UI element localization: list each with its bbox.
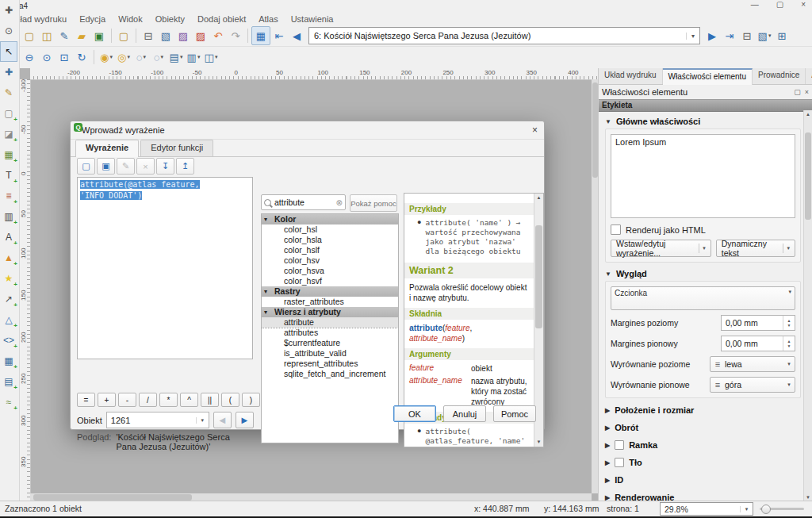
align-items-icon[interactable]: ▤▾: [167, 48, 185, 66]
add-arrow-tool[interactable]: ↗ +: [0, 289, 17, 309]
menu-item[interactable]: Atlas: [252, 13, 284, 25]
atlas-preview-toggle[interactable]: ▦: [251, 26, 270, 45]
new-layout-icon[interactable]: ▢: [21, 27, 38, 44]
operator-button[interactable]: ^: [180, 393, 198, 407]
operator-button[interactable]: =: [77, 393, 95, 407]
lock-items-icon[interactable]: ◉▾: [98, 48, 115, 66]
dock-scrollbar[interactable]: ▲ ▼: [803, 110, 812, 501]
dock-tab[interactable]: Prowadnice: [753, 68, 806, 84]
close-panel-icon[interactable]: ×: [805, 88, 809, 96]
atlas-next-button[interactable]: ▶: [703, 27, 721, 44]
function-tree-row[interactable]: color_hsl: [262, 224, 398, 235]
maximize-button[interactable]: ▢: [776, 0, 783, 9]
margin-v-spinner[interactable]: 0,00 mm ▲▼: [721, 336, 795, 351]
menu-item[interactable]: Edycja: [73, 13, 112, 25]
help-button[interactable]: Pomoc: [493, 405, 536, 422]
export-image-icon[interactable]: ▧: [157, 27, 174, 44]
expression-delete-icon[interactable]: ×: [136, 158, 155, 175]
dialog-close-icon[interactable]: ×: [532, 125, 538, 136]
add-html-tool[interactable]: <> +: [0, 330, 17, 351]
feature-prev-button[interactable]: ◀: [213, 412, 232, 428]
function-tree-row[interactable]: color_hsva: [262, 266, 398, 276]
section-main-properties[interactable]: ▼Główne właściwości: [603, 113, 802, 129]
operator-button[interactable]: *: [159, 393, 178, 407]
print-atlas-button[interactable]: ⊟: [738, 27, 756, 44]
font-dropdown[interactable]: Czcionka▾: [611, 286, 795, 310]
expression-editor[interactable]: attribute(@atlas_feature, 'INFO_DODAT'): [77, 177, 253, 359]
function-tree-row[interactable]: color_hsvf: [262, 276, 398, 286]
function-tree-row[interactable]: represent_attributes: [262, 359, 398, 369]
collapsed-section[interactable]: ▶ Położenie i rozmiar: [603, 401, 802, 419]
menu-item[interactable]: Widok: [112, 13, 149, 25]
add-pages-icon[interactable]: ▢: [115, 27, 132, 44]
add-attribute-table-tool[interactable]: ▦ +: [0, 351, 17, 371]
expression-import-icon[interactable]: ↧: [156, 158, 174, 175]
valign-dropdown[interactable]: ≡ góra ▾: [710, 377, 795, 393]
function-tree-row[interactable]: color_hsla: [262, 235, 398, 245]
function-tree-row[interactable]: Rastry: [262, 286, 398, 297]
add-3d-map-tool[interactable]: ◪ +: [0, 124, 17, 144]
operator-button[interactable]: ): [242, 393, 260, 407]
expression-edit-icon[interactable]: ✎: [117, 158, 135, 175]
print-icon[interactable]: ⊟: [140, 27, 157, 44]
lower-items-icon[interactable]: ◌▾: [150, 48, 167, 66]
raise-items-icon[interactable]: ◌▾: [132, 48, 150, 66]
margin-h-spinner[interactable]: 0,00 mm ▲▼: [721, 315, 795, 331]
dock-tab[interactable]: Układ wydruku: [599, 68, 663, 84]
add-label-tool[interactable]: T +: [0, 165, 17, 186]
add-page-tool[interactable]: ▢ +: [0, 103, 17, 124]
atlas-prev-button[interactable]: ◀: [288, 27, 305, 44]
menu-item[interactable]: Ustawienia: [285, 13, 340, 25]
duplicate-layout-icon[interactable]: ◫: [38, 27, 56, 44]
zoom-level-combo[interactable]: 29.8% ▾: [660, 502, 753, 516]
function-tree-row[interactable]: color_hslf: [262, 245, 398, 255]
menu-item[interactable]: Dodaj obiekt: [191, 13, 252, 25]
dialog-title-bar[interactable]: Q Wprowadź wyrażenie ×: [71, 121, 544, 140]
atlas-first-button[interactable]: ⇤: [270, 27, 288, 44]
operator-button[interactable]: ||: [201, 393, 219, 407]
zoom-full-icon[interactable]: ⊡: [56, 48, 73, 66]
open-folder-icon[interactable]: ▰: [73, 27, 90, 44]
add-map-tool[interactable]: ▦ +: [0, 144, 17, 165]
dock-tab[interactable]: Właściwości elementu: [663, 68, 753, 85]
function-tree-row[interactable]: raster_attributes: [262, 297, 398, 307]
render-html-checkbox[interactable]: [611, 224, 621, 235]
expression-save-icon[interactable]: ▣: [97, 158, 115, 175]
cancel-button[interactable]: Anuluj: [443, 405, 486, 422]
distribute-items-icon[interactable]: ▥▾: [185, 48, 202, 66]
atlas-feature-combo[interactable]: 6: Kościół Najświętszego Serca Pana Jezu…: [308, 27, 700, 44]
function-search-input[interactable]: attribute ⊗: [261, 194, 346, 210]
halign-dropdown[interactable]: ≡ lewa ▾: [710, 356, 795, 372]
feature-next-button[interactable]: ▶: [236, 412, 254, 428]
add-fixed-table-tool[interactable]: ▤ +: [0, 371, 17, 392]
section-appearance[interactable]: ▼Wygląd: [603, 266, 802, 281]
close-button[interactable]: ×: [801, 0, 806, 9]
add-marker-tool[interactable]: ★ +: [0, 268, 17, 289]
atlas-last-button[interactable]: ⇥: [721, 27, 738, 44]
tab-expression[interactable]: Wyrażenie: [75, 140, 139, 157]
dock-tab[interactable]: Atlas: [806, 68, 812, 84]
export-atlas-button[interactable]: ▧▾: [756, 27, 773, 44]
add-north-arrow-tool[interactable]: A +: [0, 227, 17, 247]
operator-button[interactable]: (: [221, 393, 239, 407]
layout-manager-icon[interactable]: ✎: [56, 27, 73, 44]
operator-button[interactable]: -: [118, 393, 136, 407]
export-svg-icon[interactable]: ▨: [174, 27, 192, 44]
export-pdf-icon[interactable]: ▨: [192, 27, 209, 44]
operator-button[interactable]: +: [98, 393, 116, 407]
function-tree-row[interactable]: is_attribute_valid: [262, 348, 398, 359]
atlas-settings-button[interactable]: ⊞: [773, 27, 791, 44]
minimize-button[interactable]: —: [751, 0, 759, 9]
unlock-items-icon[interactable]: ◎▾: [115, 48, 132, 66]
tab-function-editor[interactable]: Edytor funkcji: [140, 140, 213, 156]
function-tree-row[interactable]: attribute: [262, 317, 398, 328]
collapsed-section[interactable]: ▶ ID: [603, 471, 802, 489]
resize-items-icon[interactable]: ◫▾: [202, 48, 220, 66]
expression-export-icon[interactable]: ↥: [176, 158, 194, 175]
dynamic-text-button[interactable]: Dynamiczny tekst▾: [716, 240, 795, 257]
collapsed-section[interactable]: ▶ Renderowanie: [603, 489, 802, 501]
clear-search-icon[interactable]: ⊗: [336, 198, 343, 207]
add-node-item-tool[interactable]: △ +: [0, 309, 17, 330]
zoom-actual-icon[interactable]: ⊙: [38, 48, 56, 66]
zoom-slider[interactable]: [760, 508, 804, 510]
